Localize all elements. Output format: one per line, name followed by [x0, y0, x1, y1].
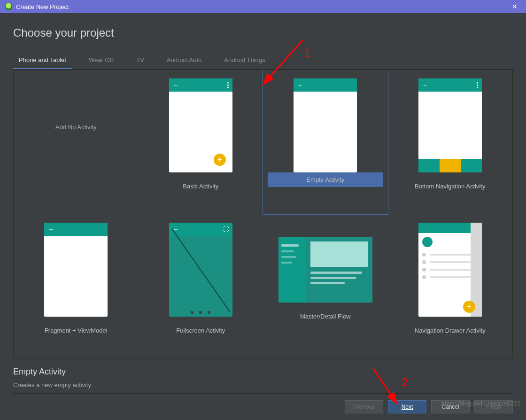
selection-summary: Empty Activity Creates a new empty activ… [13, 358, 513, 393]
template-label: Fragment + ViewModel [45, 327, 108, 334]
template-master-detail-flow[interactable]: Master/Detail Flow [263, 214, 388, 358]
template-navigation-drawer-activity[interactable]: + Navigation Drawer Activity [388, 214, 513, 358]
template-preview: ← ⛶ [169, 223, 232, 317]
selected-template-title: Empty Activity [13, 367, 513, 377]
close-icon[interactable]: ✕ [508, 0, 521, 13]
template-preview: ← [294, 78, 357, 172]
overflow-menu-icon [227, 82, 229, 88]
watermark: https://blog.csdn.net/zxs0222 [441, 400, 520, 407]
tab-phone-tablet[interactable]: Phone and Tablet [13, 53, 72, 69]
next-button[interactable]: Next [388, 400, 426, 413]
fab-plus-icon: + [463, 301, 475, 313]
template-label: Navigation Drawer Activity [415, 327, 486, 334]
next-button-label: Next [402, 404, 413, 410]
avatar-icon [422, 237, 433, 247]
bottom-nav-icon [418, 159, 482, 172]
template-add-no-activity[interactable]: Add No Activity [14, 70, 139, 214]
template-label: Bottom Navigation Activity [415, 183, 485, 190]
template-bottom-navigation-activity[interactable]: ← Bottom Navigation Activity [388, 70, 513, 214]
footer-buttons: Previous Next Cancel Finish [13, 393, 513, 420]
window-title: Create New Project [16, 3, 508, 10]
template-preview: Add No Activity [44, 78, 108, 172]
android-studio-icon [5, 3, 12, 10]
selected-template-description: Creates a new empty activity [13, 381, 513, 389]
fullscreen-icon: ⛶ [223, 226, 229, 233]
titlebar: Create New Project ✕ [0, 0, 526, 13]
template-fragment-viewmodel[interactable]: ← Fragment + ViewModel [14, 214, 139, 358]
back-arrow-icon: ← [48, 226, 54, 233]
tabs: Phone and Tablet Wear OS TV Android Auto… [13, 53, 513, 70]
back-arrow-icon: ← [297, 81, 304, 89]
overflow-menu-icon [477, 82, 478, 88]
template-empty-activity[interactable]: ← Empty Activity [263, 70, 388, 214]
template-preview: ← [418, 78, 482, 172]
template-gallery: Add No Activity ← + Basic Activity [13, 70, 513, 358]
tab-tv[interactable]: TV [131, 53, 150, 69]
template-label: Empty Activity [306, 176, 344, 183]
annotation-label-2: 2 [402, 376, 408, 389]
back-arrow-icon: ← [173, 81, 179, 89]
template-label: Master/Detail Flow [300, 313, 351, 320]
fab-plus-icon: + [214, 154, 226, 166]
template-preview [278, 237, 372, 303]
template-label: Fullscreen Activity [176, 327, 225, 334]
tab-android-things[interactable]: Android Things [218, 53, 271, 69]
template-label: Add No Activity [44, 124, 108, 131]
previous-button[interactable]: Previous [345, 400, 383, 413]
nav-dots-icon [169, 311, 232, 314]
template-preview: ← + [169, 78, 232, 172]
tab-android-auto[interactable]: Android Auto [161, 53, 207, 69]
template-fullscreen-activity[interactable]: ← ⛶ Fullscreen Activity [139, 214, 263, 358]
annotation-label-1: 1 [304, 47, 310, 60]
template-preview: ← [44, 223, 108, 317]
template-preview: + [418, 223, 482, 317]
template-basic-activity[interactable]: ← + Basic Activity [139, 70, 263, 214]
template-label: Basic Activity [183, 183, 218, 190]
back-arrow-icon: ← [422, 81, 429, 89]
tab-wear-os[interactable]: Wear OS [83, 53, 119, 69]
page-title: Choose your project [13, 26, 513, 39]
